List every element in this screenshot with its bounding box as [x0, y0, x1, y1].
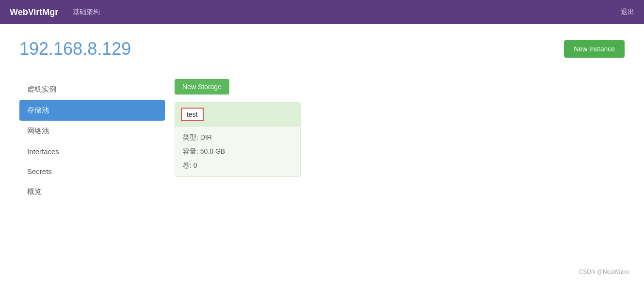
storage-card-header: test: [175, 103, 300, 127]
page-header: 192.168.8.129 New Instance: [19, 39, 625, 59]
sidebar-item-interfaces[interactable]: Interfaces: [19, 142, 165, 161]
sidebar-item-network-pool[interactable]: 网络池: [19, 121, 165, 142]
main-content: 192.168.8.129 New Instance 虚机实例 存储池 网络池 …: [0, 24, 644, 212]
storage-type-label: 类型:: [183, 133, 198, 141]
new-instance-button[interactable]: New Instance: [564, 40, 625, 58]
navbar-left: WebVirtMgr 基础架构: [10, 7, 100, 17]
divider: [19, 69, 625, 69]
storage-capacity-value: 50.0 GB: [200, 147, 225, 155]
main-panel: New Storage test 类型: DIR 容量: 50.0 GB: [165, 79, 625, 202]
navbar-logout[interactable]: 退出: [621, 8, 634, 16]
page-title: 192.168.8.129: [19, 39, 131, 59]
sidebar-item-virtual-instances[interactable]: 虚机实例: [19, 79, 165, 100]
storage-volumes-label: 卷:: [183, 161, 192, 169]
navbar-nav-link[interactable]: 基础架构: [73, 8, 100, 16]
navbar: WebVirtMgr 基础架构 退出: [0, 0, 644, 24]
content-layout: 虚机实例 存储池 网络池 Interfaces Secrets 概览 New S…: [19, 79, 625, 202]
sidebar-item-storage-pool[interactable]: 存储池: [19, 100, 165, 121]
sidebar: 虚机实例 存储池 网络池 Interfaces Secrets 概览: [19, 79, 165, 202]
navbar-brand[interactable]: WebVirtMgr: [10, 7, 58, 17]
storage-volumes-value: 0: [193, 161, 197, 169]
storage-capacity-row: 容量: 50.0 GB: [183, 146, 292, 157]
storage-card-body: 类型: DIR 容量: 50.0 GB 卷: 0: [175, 127, 300, 176]
sidebar-item-overview[interactable]: 概览: [19, 181, 165, 202]
sidebar-item-secrets[interactable]: Secrets: [19, 161, 165, 181]
storage-card: test 类型: DIR 容量: 50.0 GB 卷: 0: [175, 102, 301, 177]
storage-type-row: 类型: DIR: [183, 132, 292, 142]
watermark: CSDN @NeaWalke: [579, 269, 629, 275]
storage-type-value: DIR: [200, 133, 212, 141]
storage-capacity-label: 容量:: [183, 147, 198, 155]
storage-volumes-row: 卷: 0: [183, 160, 292, 171]
storage-card-title[interactable]: test: [181, 108, 204, 121]
new-storage-button[interactable]: New Storage: [175, 79, 229, 95]
